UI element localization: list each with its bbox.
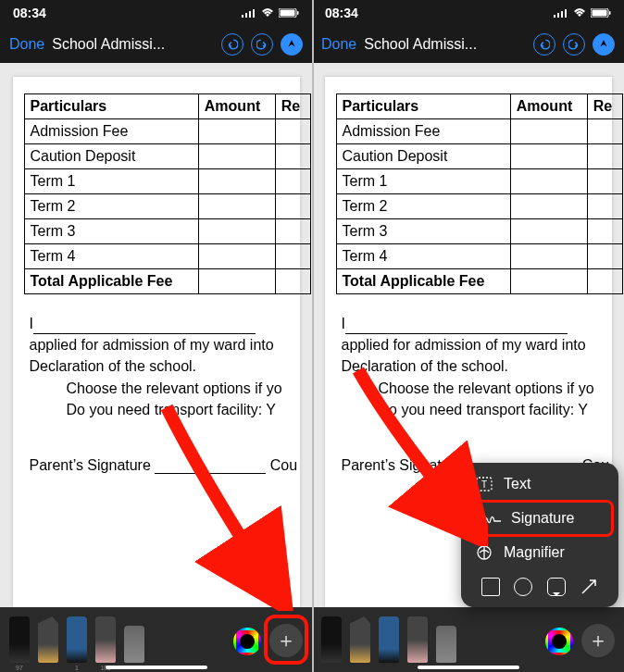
- wifi-icon: [573, 6, 586, 20]
- th-particulars: Particulars: [24, 94, 198, 119]
- text: Do you need transport facility: Y: [379, 402, 589, 417]
- menu-item-magnifier[interactable]: Magnifier: [461, 537, 618, 568]
- menu-shapes-row: [461, 568, 618, 602]
- svg-rect-0: [242, 15, 243, 18]
- highlighter-tool[interactable]: [350, 616, 370, 663]
- menu-item-text[interactable]: T Text: [461, 468, 618, 500]
- table-cell: [198, 169, 275, 194]
- table-cell: [275, 269, 310, 294]
- highlighter-tool[interactable]: [38, 616, 58, 663]
- text: Choose the relevant options if yo: [379, 380, 594, 396]
- text: Parent’s Signature: [30, 457, 156, 473]
- table-cell: [198, 144, 275, 169]
- th-re: Re: [587, 94, 622, 119]
- table-cell: [275, 169, 310, 194]
- blank-line: [33, 319, 256, 334]
- home-indicator: [418, 666, 519, 669]
- th-amount: Amount: [198, 94, 275, 119]
- shape-circle[interactable]: [514, 578, 532, 596]
- screenshot-right: 08:34 Done School Admissi... Particulars…: [312, 0, 624, 672]
- document-title: School Admissi...: [52, 36, 214, 53]
- table-cell-total: Total Applicable Fee: [336, 269, 510, 294]
- document-viewport[interactable]: Particulars Amount Re Admission Fee Caut…: [0, 63, 312, 607]
- table-cell-total: Total Applicable Fee: [24, 269, 198, 294]
- pen-tool[interactable]: [9, 616, 30, 663]
- pen-tool[interactable]: [321, 616, 342, 663]
- table-cell: [198, 269, 275, 294]
- table-cell: [275, 119, 310, 144]
- menu-item-signature[interactable]: Signature: [466, 500, 614, 537]
- table-cell: [510, 269, 587, 294]
- th-re: Re: [275, 94, 310, 119]
- fee-table: Particulars Amount Re Admission Fee Caut…: [24, 93, 311, 294]
- signal-icon: [554, 6, 568, 20]
- table-cell: [275, 244, 310, 269]
- svg-rect-5: [281, 10, 295, 17]
- blank-line: [155, 459, 266, 474]
- home-indicator: [106, 666, 207, 669]
- add-button[interactable]: ＋: [581, 624, 615, 657]
- battery-icon: [591, 6, 611, 20]
- color-picker[interactable]: [545, 628, 573, 655]
- add-button[interactable]: ＋: [269, 624, 303, 657]
- svg-rect-3: [253, 9, 255, 18]
- magnifier-icon: [474, 544, 494, 561]
- shape-square[interactable]: [481, 578, 500, 596]
- svg-rect-6: [297, 11, 299, 15]
- svg-rect-2: [249, 11, 251, 18]
- text: Parent’s Signature: [342, 457, 468, 473]
- done-button[interactable]: Done: [321, 36, 356, 53]
- table-cell: Term 2: [24, 194, 198, 219]
- signature-line: Parent’s Signature Cou: [30, 457, 300, 474]
- svg-rect-13: [609, 11, 611, 15]
- fee-table: Particulars Amount Re Admission Fee Caut…: [336, 93, 623, 294]
- table-cell: [510, 194, 587, 219]
- ruler-tool[interactable]: [124, 626, 144, 663]
- pencil-tool[interactable]: [67, 616, 87, 663]
- markup-toggle-button[interactable]: [281, 33, 303, 56]
- signal-icon: [242, 6, 256, 20]
- table-cell: [275, 194, 310, 219]
- eraser-tool[interactable]: [95, 616, 116, 663]
- redo-button[interactable]: [251, 33, 273, 56]
- status-bar: 08:34: [0, 0, 312, 26]
- pdf-page: Particulars Amount Re Admission Fee Caut…: [13, 77, 300, 607]
- shape-arrow[interactable]: [580, 578, 598, 596]
- table-cell: [198, 219, 275, 244]
- shape-speech-bubble[interactable]: [547, 578, 566, 596]
- eraser-tool[interactable]: [407, 616, 428, 663]
- text: Declaration of the school.: [342, 358, 509, 374]
- ruler-tool[interactable]: [436, 626, 456, 663]
- text: Choose the relevant options if yo: [67, 380, 282, 396]
- table-cell: [587, 194, 622, 219]
- table-cell: Caution Deposit: [336, 144, 510, 169]
- text: applied for admission of my ward into: [342, 337, 586, 353]
- done-button[interactable]: Done: [9, 36, 44, 53]
- markup-toolbar-bottom: ＋: [312, 607, 624, 672]
- color-picker[interactable]: [233, 628, 261, 655]
- th-amount: Amount: [510, 94, 587, 119]
- redo-button[interactable]: [563, 33, 585, 56]
- table-cell: [510, 219, 587, 244]
- th-particulars: Particulars: [336, 94, 510, 119]
- image-divider: [312, 0, 314, 672]
- menu-label: Text: [504, 476, 530, 492]
- markup-toolbar-bottom: ＋: [0, 607, 312, 672]
- svg-rect-1: [245, 13, 247, 18]
- markup-toggle-button[interactable]: [593, 33, 615, 56]
- table-cell: [587, 119, 622, 144]
- text: Do you need transport facility: Y: [67, 402, 277, 417]
- text: Declaration of the school.: [30, 358, 197, 374]
- table-cell: [510, 244, 587, 269]
- text-icon: T: [474, 476, 494, 492]
- markup-toolbar-top: Done School Admissi...: [312, 26, 624, 63]
- pencil-tool[interactable]: [379, 616, 399, 663]
- undo-button[interactable]: [533, 33, 555, 56]
- declaration-para: I applied for admission of my ward into …: [30, 313, 300, 420]
- table-cell: [198, 119, 275, 144]
- table-cell: [510, 144, 587, 169]
- table-cell: [587, 244, 622, 269]
- document-title: School Admissi...: [364, 36, 526, 53]
- table-cell: Term 1: [336, 169, 510, 194]
- undo-button[interactable]: [221, 33, 243, 56]
